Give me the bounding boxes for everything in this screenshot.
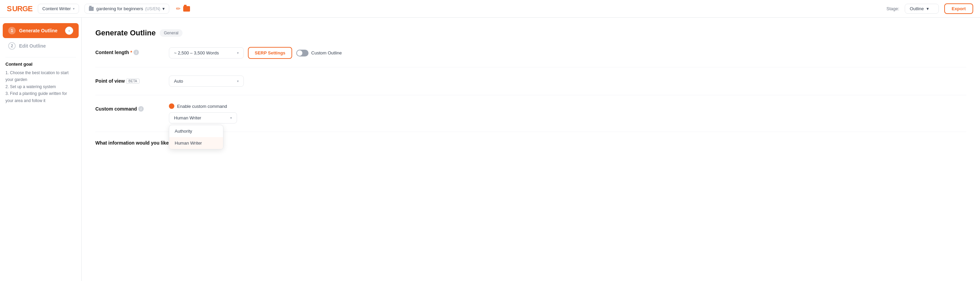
- project-chevron-icon: ▾: [162, 6, 165, 11]
- content-goal-title: Content goal: [5, 62, 76, 67]
- folder-icon[interactable]: [183, 6, 190, 11]
- step1-label: Generate Outline: [19, 28, 57, 33]
- logo-s: S: [7, 5, 11, 13]
- point-of-view-row: Point of view BETA Auto ▾: [95, 76, 966, 95]
- stage-chevron-icon: ▾: [926, 6, 929, 11]
- topnav: SURGE Content Writer ▾ gardening for beg…: [0, 0, 980, 18]
- project-icons: ✏: [176, 5, 190, 12]
- question-row: What information would you like t ... yo…: [95, 140, 966, 146]
- page-header: Generate Outline General: [95, 29, 966, 37]
- project-name: gardening for beginners: [96, 6, 143, 11]
- general-badge: General: [160, 29, 183, 37]
- writer-dropdown[interactable]: Human Writer ▾: [169, 112, 237, 124]
- sidebar: 1 Generate Outline ‹ 2 Edit Outline Cont…: [0, 18, 82, 281]
- project-locale: (US/EN): [145, 6, 161, 11]
- beta-badge: BETA: [126, 79, 139, 84]
- step2-number: 2: [8, 42, 16, 50]
- custom-command-row: Custom command i Enable custom command H…: [95, 103, 966, 132]
- point-of-view-controls: Auto ▾: [169, 76, 244, 87]
- stage-label: Stage:: [886, 6, 899, 11]
- custom-command-info-icon[interactable]: i: [138, 106, 144, 111]
- writer-dropdown-menu: Authority Human Writer: [169, 125, 223, 149]
- logo: SURGE: [7, 5, 32, 13]
- sidebar-collapse-button[interactable]: ‹: [65, 27, 73, 35]
- writer-dropdown-wrapper: Human Writer ▾ Authority Human Writer: [169, 112, 237, 124]
- collapse-icon: ‹: [68, 29, 70, 33]
- custom-command-controls: Enable custom command Human Writer ▾ Aut…: [169, 103, 237, 124]
- content-length-label: Content length * i: [95, 47, 164, 55]
- sidebar-step-edit-outline[interactable]: 2 Edit Outline: [3, 39, 79, 53]
- point-of-view-chevron-icon: ▾: [237, 79, 239, 83]
- app-type-dropdown[interactable]: Content Writer ▾: [38, 4, 79, 14]
- serp-settings-button[interactable]: SERP Settings: [248, 47, 292, 59]
- content-length-dropdown[interactable]: ~ 2,500 – 3,500 Words ▾: [169, 47, 244, 59]
- step2-label: Edit Outline: [19, 43, 46, 49]
- required-asterisk: *: [130, 50, 132, 55]
- app-type-label: Content Writer: [42, 6, 71, 11]
- main-content: Generate Outline General Content length …: [82, 18, 980, 281]
- step1-number: 1: [8, 27, 16, 34]
- sidebar-step-generate-outline[interactable]: 1 Generate Outline ‹: [3, 23, 79, 38]
- export-button[interactable]: Export: [944, 3, 973, 14]
- enable-custom-command-label: Enable custom command: [177, 104, 227, 109]
- writer-dropdown-chevron-icon: ▾: [230, 116, 232, 120]
- content-goal-section: Content goal 1. Choose the best location…: [0, 62, 81, 104]
- point-of-view-dropdown[interactable]: Auto ▾: [169, 76, 244, 87]
- stage-dropdown[interactable]: Outline ▾: [905, 4, 939, 14]
- point-of-view-value: Auto: [174, 79, 183, 84]
- app-type-chevron-icon: ▾: [73, 7, 75, 11]
- sidebar-divider: [5, 57, 76, 57]
- custom-outline-label: Custom Outline: [311, 50, 342, 56]
- page-title: Generate Outline: [95, 29, 156, 37]
- content-length-controls: ~ 2,500 – 3,500 Words ▾ SERP Settings Cu…: [169, 47, 342, 59]
- logo-urge: URGE: [12, 5, 33, 13]
- content-length-row: Content length * i ~ 2,500 – 3,500 Words…: [95, 47, 966, 67]
- edit-icon[interactable]: ✏: [176, 5, 180, 12]
- app-layout: 1 Generate Outline ‹ 2 Edit Outline Cont…: [0, 18, 980, 281]
- enable-custom-command-row: Enable custom command: [169, 103, 237, 109]
- writer-dropdown-value: Human Writer: [174, 115, 201, 121]
- stage-value: Outline: [910, 6, 924, 11]
- content-length-chevron-icon: ▾: [237, 51, 239, 55]
- content-length-info-icon[interactable]: i: [134, 50, 139, 55]
- custom-command-label: Custom command i: [95, 103, 164, 111]
- writer-option-authority[interactable]: Authority: [169, 125, 223, 137]
- custom-outline-toggle-container: Custom Outline: [296, 50, 342, 57]
- writer-option-human-writer[interactable]: Human Writer: [169, 137, 223, 149]
- project-dropdown[interactable]: gardening for beginners (US/EN) ▾: [84, 4, 169, 14]
- content-goal-text: 1. Choose the best location to start you…: [5, 70, 76, 104]
- enable-custom-command-dot[interactable]: [169, 103, 174, 109]
- content-length-value: ~ 2,500 – 3,500 Words: [174, 50, 219, 56]
- custom-outline-toggle[interactable]: [296, 50, 309, 57]
- point-of-view-label: Point of view BETA: [95, 76, 164, 84]
